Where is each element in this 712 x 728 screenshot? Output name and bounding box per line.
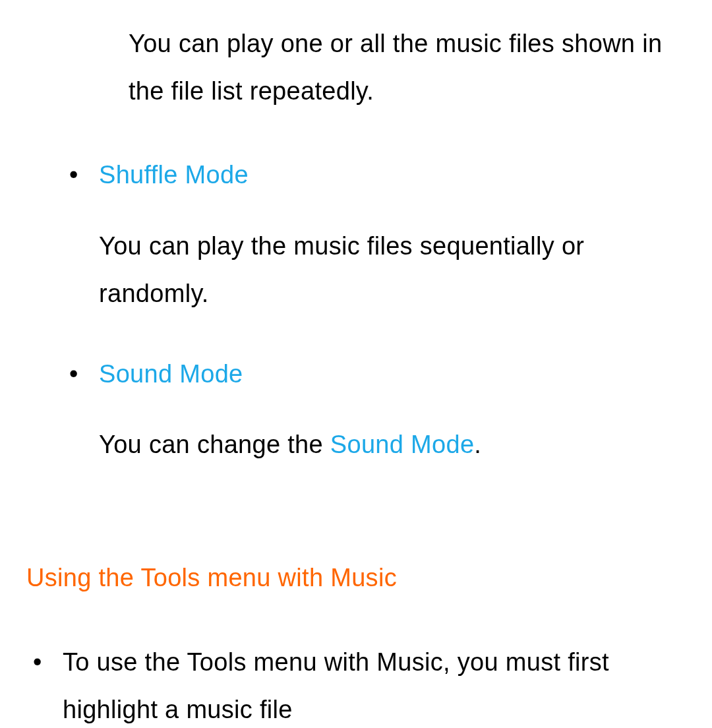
- item-title-sound: Sound Mode: [99, 350, 699, 398]
- intro-description: You can play one or all the music files …: [13, 20, 699, 115]
- list-item: Sound Mode You can change the Sound Mode…: [99, 350, 699, 468]
- item-description: You can play the music files sequentiall…: [99, 222, 699, 317]
- list-item: To use the Tools menu with Music, you mu…: [63, 638, 699, 729]
- desc-suffix: .: [474, 431, 481, 458]
- desc-prefix: You can change the: [99, 431, 330, 458]
- tools-list: To use the Tools menu with Music, you mu…: [13, 638, 699, 729]
- item-description: You can change the Sound Mode.: [99, 421, 699, 468]
- section-heading: Using the Tools menu with Music: [13, 554, 699, 601]
- options-list: Shuffle Mode You can play the music file…: [13, 151, 699, 468]
- list-item: Shuffle Mode You can play the music file…: [99, 151, 699, 317]
- item-title-shuffle: Shuffle Mode: [99, 151, 699, 198]
- sound-mode-link: Sound Mode: [330, 431, 475, 458]
- tools-description: To use the Tools menu with Music, you mu…: [63, 638, 699, 729]
